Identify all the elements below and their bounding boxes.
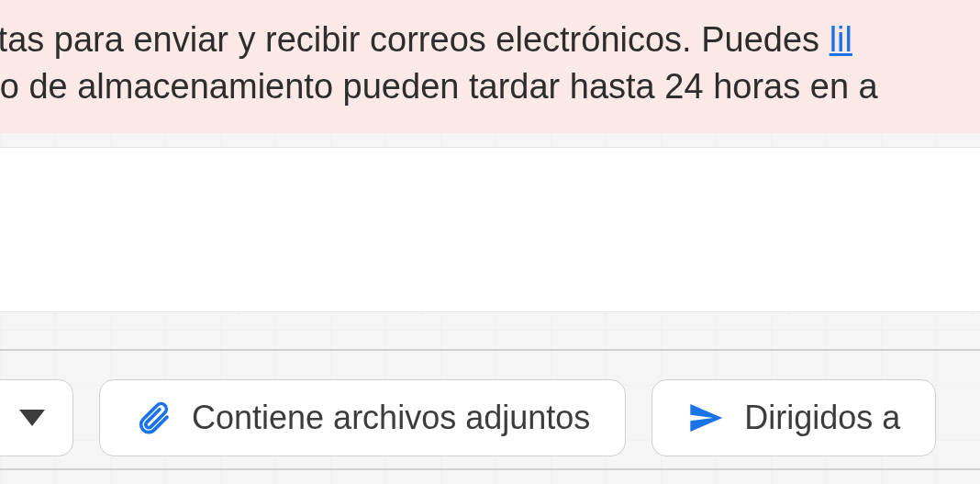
divider-bottom [0,468,980,470]
content-blank-area [0,147,980,312]
chip-label: Contiene archivos adjuntos [192,399,590,437]
banner-line-1: cesitas para enviar y recibir correos el… [0,17,980,63]
storage-warning-banner: cesitas para enviar y recibir correos el… [0,0,980,133]
banner-line-2: pacio de almacenamiento pueden tardar ha… [0,63,980,110]
banner-link[interactable]: lil [830,20,852,59]
filter-chip-has-attachments[interactable]: Contiene archivos adjuntos [99,379,626,456]
filter-chip-directed-to[interactable]: Dirigidos a [651,379,936,456]
filter-chip-partial[interactable] [0,379,73,456]
banner-text-1: cesitas para enviar y recibir correos el… [0,20,830,59]
attachment-icon [135,400,172,436]
divider [0,349,980,351]
banner-text-2: pacio de almacenamiento pueden tardar ha… [0,67,878,106]
caret-down-icon [19,410,45,426]
chip-label: Dirigidos a [744,399,900,437]
filter-chip-row: Contiene archivos adjuntos Dirigidos a [0,367,980,468]
send-icon [687,400,724,436]
